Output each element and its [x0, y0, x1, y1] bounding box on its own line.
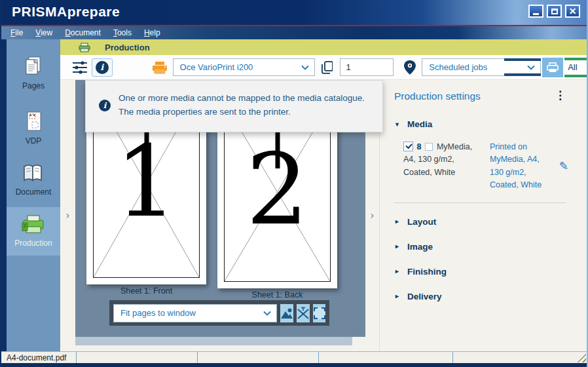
queue-accent-top	[504, 58, 541, 61]
title-bar: PRISMAprepare ✕	[1, 0, 587, 25]
job-settings-sliders-icon[interactable]	[72, 60, 88, 75]
production-printer-icon	[79, 43, 90, 52]
section-delivery-label: Delivery	[407, 292, 442, 301]
section-finishing[interactable]: ► Finishing	[394, 260, 575, 284]
minimize-button[interactable]	[528, 5, 543, 18]
vdp-icon	[21, 110, 46, 134]
production-toolbar: i Oce VarioPrint i200	[60, 55, 587, 80]
media-info-tooltip: i One or more media cannot be mapped to …	[85, 80, 383, 132]
section-image[interactable]: ► Image	[394, 235, 575, 260]
tooltip-message: One or more media cannot be mapped to th…	[119, 92, 365, 119]
close-button[interactable]: ✕	[565, 5, 580, 18]
expand-right-chevron-icon[interactable]: ›	[371, 210, 375, 222]
triangle-down-icon: ▼	[394, 121, 401, 128]
section-layout[interactable]: ► Layout	[394, 210, 575, 235]
horizontal-scrollbar[interactable]	[75, 337, 352, 345]
maximize-icon	[551, 9, 558, 14]
view-toolbar: Fit pages to window	[109, 300, 329, 326]
queue-select-wrap: Scheduled jobs	[422, 58, 541, 76]
triangle-right-icon: ►	[394, 268, 401, 275]
media-count: 8	[416, 142, 421, 151]
section-delivery[interactable]: ► Delivery	[394, 284, 575, 309]
media-color-box[interactable]	[425, 143, 433, 151]
page-number: 2	[217, 140, 337, 239]
sheet-front-caption: Sheet 1: Front	[86, 286, 206, 296]
sidebar-item-pages[interactable]: Pages	[7, 55, 60, 90]
production-settings-panel: Production settings ⋮ ▼ Media 8 MyMedia,…	[380, 80, 587, 351]
media-row: 8 MyMedia, A4, 130 g/m2, Coated, White P…	[403, 141, 575, 192]
sidebar-item-production[interactable]: Production	[7, 207, 60, 256]
sidebar-item-vdp[interactable]: VDP	[7, 110, 60, 145]
sidebar-label-document: Document	[16, 187, 52, 197]
sidebar-label-production: Production	[14, 239, 52, 248]
queue-filter-value: All	[568, 62, 577, 72]
status-filename: A4-document.pdf	[1, 352, 77, 363]
kebab-menu-icon[interactable]: ⋮	[555, 90, 566, 100]
production-header-title: Production	[105, 43, 150, 52]
page-number: 1	[86, 132, 206, 231]
chevron-down-icon	[301, 65, 309, 70]
menu-view[interactable]: View	[35, 28, 52, 37]
status-cell	[319, 352, 453, 363]
status-cell	[453, 352, 587, 363]
dashed-selection-icon	[314, 307, 325, 319]
document-icon	[20, 163, 46, 185]
chevron-down-icon	[527, 65, 535, 70]
close-icon: ✕	[569, 7, 577, 16]
media-source: 8 MyMedia, A4, 130 g/m2, Coated, White	[403, 141, 483, 179]
media-info-button[interactable]: i	[92, 58, 113, 77]
window-controls: ✕	[528, 5, 580, 18]
section-layout-label: Layout	[407, 217, 436, 227]
queue-select-value: Scheduled jobs	[429, 62, 487, 72]
menu-help[interactable]: Help	[144, 28, 160, 37]
info-icon: i	[99, 100, 111, 111]
zoom-select[interactable]: Fit pages to window	[113, 304, 277, 322]
production-icon	[20, 214, 47, 236]
chevron-down-icon	[263, 311, 271, 316]
section-image-label: Image	[407, 242, 433, 252]
app-title: PRISMAprepare	[12, 4, 120, 20]
zoom-select-value: Fit pages to window	[120, 308, 196, 318]
expand-left-chevron-icon[interactable]: ›	[66, 210, 70, 222]
section-media-label: Media	[407, 119, 432, 129]
sidebar: Pages VDP Document	[1, 39, 60, 351]
app-window: PRISMAprepare ✕ File View Document Tools…	[0, 0, 588, 367]
edit-pencil-icon[interactable]: ✎	[559, 159, 568, 173]
panel-title: Production settings	[394, 90, 481, 102]
location-pin-icon	[403, 60, 417, 75]
printer-queue-button[interactable]	[542, 58, 563, 77]
section-media[interactable]: ▼ Media	[394, 119, 575, 129]
triangle-right-icon: ►	[394, 293, 401, 299]
queue-printer-icon	[547, 62, 559, 73]
printer-select[interactable]: Oce VarioPrint i200	[173, 58, 315, 76]
media-checkbox-checked[interactable]	[403, 142, 413, 151]
menu-document[interactable]: Document	[65, 28, 101, 37]
selection-mode-button[interactable]	[313, 304, 325, 322]
sidebar-label-pages: Pages	[22, 81, 45, 90]
minimize-icon	[533, 13, 539, 15]
panel-divider	[394, 203, 566, 203]
queue-accent-bottom	[504, 73, 541, 76]
left-collapse-strip: ›	[60, 80, 75, 351]
status-cell	[77, 352, 198, 363]
production-header: Production	[60, 39, 587, 55]
show-marks-button[interactable]	[297, 304, 310, 322]
maximize-button[interactable]	[547, 5, 562, 18]
triangle-right-icon: ►	[394, 243, 401, 250]
menu-file[interactable]: File	[10, 28, 23, 37]
media-name: MyMedia, A4, 130 g/m2, Coated, White	[403, 142, 472, 177]
pages-icon	[21, 55, 46, 79]
info-icon: i	[96, 61, 109, 74]
status-cell	[198, 352, 319, 363]
triangle-right-icon: ►	[394, 218, 401, 225]
sheet-back-caption: Sheet 1: Back	[217, 290, 337, 299]
printer-icon	[152, 61, 168, 74]
section-finishing-label: Finishing	[407, 267, 447, 277]
show-content-button[interactable]	[280, 304, 293, 322]
queue-filter-all[interactable]: All	[564, 58, 587, 77]
copies-input[interactable]	[340, 58, 394, 76]
menu-bar: File View Document Tools Help	[1, 26, 587, 39]
status-bar: A4-document.pdf	[1, 351, 587, 363]
sidebar-item-document[interactable]: Document	[7, 163, 60, 197]
menu-tools[interactable]: Tools	[113, 28, 132, 37]
